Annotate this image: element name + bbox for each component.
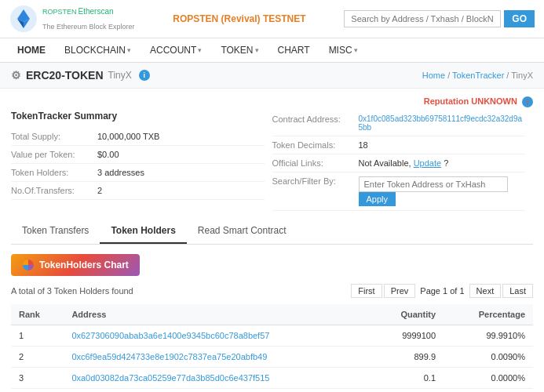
value-label: Value per Token: [11, 150, 97, 159]
nav-home[interactable]: HOME [9, 38, 53, 62]
contract-label: Contract Address: [272, 114, 359, 124]
search-area: GO [344, 10, 535, 27]
col-quantity: Quantity [371, 304, 444, 325]
cell-quantity: 899.9 [371, 347, 444, 368]
summary-row-supply: Total Supply: 10,000,000 TXB [11, 128, 265, 146]
breadcrumb-current: TinyX [511, 71, 533, 80]
token-holders-chart-button[interactable]: TokenHolders Chart [11, 254, 140, 276]
top-header: ROPSTENEtherscan The Ethereum Block Expl… [0, 0, 544, 38]
table-row: 2 0xc6f9ea59d424733e8e1902c7837ea75e20ab… [11, 347, 533, 368]
holders-label: Token Holders: [11, 168, 97, 177]
nav-chart[interactable]: CHART [270, 38, 318, 62]
decimals-label: Token Decimals: [272, 140, 359, 150]
cell-address[interactable]: 0xa0d03082da73ca05259e77da3b85d0c6e437f5… [64, 368, 371, 389]
summary-left: TokenTracker Summary Total Supply: 10,00… [11, 111, 272, 211]
token-name-label: TinyX [108, 70, 132, 81]
transfers-label: No.Of.Transfers: [11, 186, 97, 195]
page-title: ⚙ ERC20-TOKEN TinyX i [11, 69, 150, 82]
breadcrumb: Home / TokenTracker / TinyX [422, 71, 533, 80]
holders-count: A total of 3 Token Holders found [11, 286, 133, 296]
page-text: Page 1 of 1 [420, 286, 464, 296]
decimals-value: 18 [359, 140, 368, 150]
info-icon[interactable]: i [139, 70, 150, 81]
holders-table-body: 1 0x627306090abab3a6e1400e9345bc60c78a8b… [11, 325, 533, 389]
gear-icon: ⚙ [11, 69, 21, 82]
summary-row-holders: Token Holders: 3 addresses [11, 164, 265, 182]
cell-percentage: 0.0000% [444, 368, 533, 389]
reputation-label: Reputation [424, 96, 472, 106]
network-label: ROPSTEN (Revival) TESTNET [173, 13, 305, 24]
holders-table: Rank Address Quantity Percentage 1 0x627… [11, 304, 533, 389]
chevron-down-icon: ▾ [198, 46, 202, 54]
cell-quantity: 0.1 [371, 368, 444, 389]
summary-right: Contract Address: 0x1f0c085ad323bb697581… [272, 111, 534, 211]
reputation-row: Reputation UNKNOWN i [11, 96, 533, 107]
col-percentage: Percentage [444, 304, 533, 325]
summary-row-contract: Contract Address: 0x1f0c085ad323bb697581… [272, 111, 526, 136]
reputation-value: UNKNOWN [471, 96, 517, 106]
nav-account[interactable]: ACCOUNT ▾ [142, 38, 210, 62]
summary-title: TokenTracker Summary [11, 111, 265, 122]
summary-grid: TokenTracker Summary Total Supply: 10,00… [11, 111, 533, 211]
breadcrumb-home[interactable]: Home [422, 71, 445, 80]
reputation-info-icon[interactable]: i [522, 96, 533, 107]
breadcrumb-tokentracker[interactable]: TokenTracker [452, 71, 504, 80]
update-link[interactable]: Update [414, 158, 441, 168]
nav-token[interactable]: TOKEN ▾ [213, 38, 266, 62]
summary-row-transfers: No.Of.Transfers: 2 [11, 182, 265, 200]
chevron-down-icon: ▾ [255, 46, 259, 54]
logo-ropsten-label: ROPSTEN [42, 8, 77, 16]
links-label: Official Links: [272, 158, 359, 168]
table-header: Rank Address Quantity Percentage [11, 304, 533, 325]
chevron-down-icon: ▾ [354, 46, 358, 54]
contract-address[interactable]: 0x1f0c085ad323bb69758111cf9ecdc32a32d9a5… [359, 114, 526, 132]
supply-value: 10,000,000 TXB [97, 132, 159, 141]
content-area: Reputation UNKNOWN i TokenTracker Summar… [0, 89, 544, 392]
table-row: 1 0x627306090abab3a6e1400e9345bc60c78a8b… [11, 325, 533, 347]
summary-row-filter: Search/Filter By: Apply [272, 172, 526, 211]
cell-rank: 2 [11, 347, 64, 368]
apply-button[interactable]: Apply [359, 192, 396, 206]
supply-label: Total Supply: [11, 132, 97, 141]
logo-text: ROPSTENEtherscan The Ethereum Block Expl… [42, 7, 135, 30]
next-page-button[interactable]: Next [469, 284, 502, 298]
page-title-bar: ⚙ ERC20-TOKEN TinyX i Home / TokenTracke… [0, 63, 544, 89]
cell-address[interactable]: 0xc6f9ea59d424733e8e1902c7837ea75e20abfb… [64, 347, 371, 368]
logo-area: ROPSTENEtherscan The Ethereum Block Expl… [9, 5, 135, 33]
prev-page-button[interactable]: Prev [384, 284, 416, 298]
summary-row-decimals: Token Decimals: 18 [272, 136, 526, 154]
logo-brand: ROPSTENEtherscan [42, 7, 135, 22]
col-rank: Rank [11, 304, 64, 325]
tab-token-transfers[interactable]: Token Transfers [11, 219, 100, 244]
go-button[interactable]: GO [504, 10, 535, 27]
summary-row-value: Value per Token: $0.00 [11, 146, 265, 164]
pagination: First Prev Page 1 of 1 Next Last [351, 284, 533, 298]
summary-row-links: Official Links: Not Available, Update ? [272, 154, 526, 172]
filter-label: Search/Filter By: [272, 176, 359, 186]
first-page-button[interactable]: First [351, 284, 382, 298]
col-address: Address [64, 304, 371, 325]
last-page-button[interactable]: Last [502, 284, 533, 298]
cell-rank: 3 [11, 368, 64, 389]
holders-info-row: A total of 3 Token Holders found First P… [11, 284, 533, 298]
cell-percentage: 0.0090% [444, 347, 533, 368]
nav-blockchain[interactable]: BLOCKCHAIN ▾ [57, 38, 139, 62]
cell-rank: 1 [11, 325, 64, 347]
tab-token-holders[interactable]: Token Holders [100, 219, 186, 244]
nav-bar: HOME BLOCKCHAIN ▾ ACCOUNT ▾ TOKEN ▾ CHAR… [0, 38, 544, 63]
tab-read-smart-contract[interactable]: Read Smart Contract [187, 219, 298, 244]
table-row: 3 0xa0d03082da73ca05259e77da3b85d0c6e437… [11, 368, 533, 389]
nav-misc[interactable]: MISC ▾ [321, 38, 366, 62]
token-prefix: ERC20-TOKEN [26, 69, 104, 82]
search-input[interactable] [344, 10, 501, 27]
cell-address[interactable]: 0x627306090abab3a6e1400e9345bc60c78a8bef… [64, 325, 371, 347]
logo-icon [9, 5, 38, 33]
transfers-value: 2 [97, 186, 102, 195]
cell-quantity: 9999100 [371, 325, 444, 347]
chevron-down-icon: ▾ [127, 46, 131, 54]
tabs-area: Token Transfers Token Holders Read Smart… [11, 219, 533, 245]
holders-value: 3 addresses [97, 168, 144, 177]
holders-section: TokenHolders Chart A total of 3 Token Ho… [11, 254, 533, 389]
filter-input[interactable] [359, 176, 508, 192]
logo-subtitle: The Ethereum Block Explorer [42, 23, 135, 31]
